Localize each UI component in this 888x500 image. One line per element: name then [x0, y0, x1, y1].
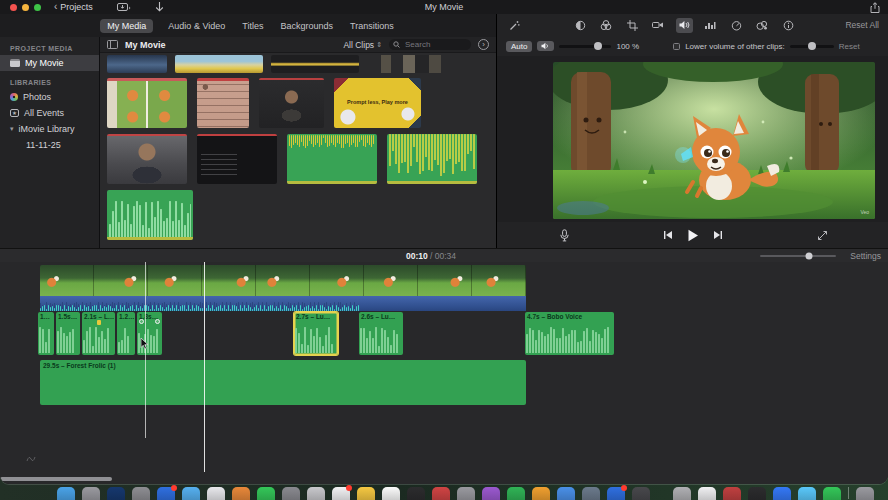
dock-app-icon[interactable] — [748, 487, 766, 500]
crop-icon[interactable] — [624, 18, 641, 33]
dock-app-icon[interactable] — [773, 487, 791, 500]
media-thumbnail-strip-sky[interactable] — [175, 55, 263, 73]
dock-app-icon[interactable] — [182, 487, 200, 500]
audio-clip-1[interactable]: 1… — [38, 312, 54, 355]
clip-filter-dropdown[interactable]: All Clips ⇕ — [343, 40, 382, 50]
projects-back-button[interactable]: ‹ Projects — [54, 2, 93, 12]
color-correction-icon[interactable] — [598, 18, 615, 33]
voiceover-mic-icon[interactable] — [559, 229, 570, 242]
video-clip-filmstrip[interactable] — [40, 265, 526, 296]
background-music-clip[interactable]: 29.5s – Forest Frolic (1) — [40, 360, 526, 405]
volume-icon[interactable] — [676, 18, 693, 33]
dock-app-icon[interactable] — [607, 487, 625, 500]
video-clip-audio-waveform[interactable] — [40, 296, 526, 311]
dock-app-icon[interactable] — [307, 487, 325, 500]
media-thumbnail-audio[interactable] — [107, 190, 193, 240]
lower-volume-slider-knob[interactable] — [808, 42, 816, 50]
sidebar-item-photos[interactable]: Photos — [0, 89, 99, 105]
sidebar-item-imovie-library[interactable]: iMovie Library — [0, 121, 99, 137]
dock-app-icon[interactable] — [557, 487, 575, 500]
dock-app-icon[interactable] — [798, 487, 816, 500]
audio-clip-2-1s-l[interactable]: 2.1s – L… — [82, 312, 115, 355]
reset-volume-button[interactable]: Reset — [839, 42, 860, 51]
fullscreen-icon[interactable] — [817, 230, 828, 241]
clip-info-icon[interactable] — [780, 18, 797, 33]
timeline-playhead[interactable] — [204, 262, 205, 472]
dock-app-icon[interactable] — [856, 487, 874, 500]
media-thumbnail-foxgrid[interactable] — [107, 78, 187, 128]
lower-volume-slider[interactable] — [790, 45, 834, 48]
search-input[interactable] — [403, 39, 467, 50]
dock-app-icon[interactable] — [457, 487, 475, 500]
share-icon[interactable] — [870, 2, 880, 13]
fade-handle[interactable] — [155, 319, 160, 324]
import-media-icon[interactable] — [117, 2, 131, 12]
media-thumbnail-audio-top[interactable] — [287, 134, 377, 184]
dock-app-icon[interactable] — [432, 487, 450, 500]
audio-clip-1-5s[interactable]: 1.5s… — [56, 312, 80, 355]
media-thumbnail-strip-photos[interactable] — [367, 55, 447, 73]
next-frame-button[interactable] — [713, 230, 723, 240]
dock-app-icon[interactable] — [57, 487, 75, 500]
volume-slider-knob[interactable] — [594, 42, 602, 50]
tab-audio-video[interactable]: Audio & Video — [166, 19, 227, 33]
media-thumbnail-strip-blue[interactable] — [107, 55, 167, 73]
sidebar-item-all-events[interactable]: All Events — [0, 105, 99, 121]
dock-app-icon[interactable] — [232, 487, 250, 500]
audio-clip-1-2[interactable]: 1.2… — [117, 312, 135, 355]
media-thumbnail-terminal[interactable] — [197, 134, 277, 184]
dock-app-icon[interactable] — [482, 487, 500, 500]
timeline-zoom-slider[interactable] — [760, 255, 836, 257]
dock-app-icon[interactable] — [407, 487, 425, 500]
reset-all-button[interactable]: Reset All — [845, 20, 879, 30]
dock-app-icon[interactable] — [823, 487, 841, 500]
media-thumbnail-design[interactable]: Prompt less, Play more — [334, 78, 421, 128]
previous-frame-button[interactable] — [663, 230, 673, 240]
dock-app-icon[interactable] — [332, 487, 350, 500]
dock-app-icon[interactable] — [82, 487, 100, 500]
sidebar-item-my-movie[interactable]: My Movie — [0, 55, 99, 71]
dock-app-icon[interactable] — [507, 487, 525, 500]
media-thumbnail-audio-tall[interactable] — [387, 134, 477, 184]
tab-titles[interactable]: Titles — [240, 19, 265, 33]
dock-app-icon[interactable] — [132, 487, 150, 500]
dock-app-icon[interactable] — [632, 487, 650, 500]
color-balance-icon[interactable] — [572, 18, 589, 33]
tab-backgrounds[interactable]: Backgrounds — [278, 19, 335, 33]
noise-reduction-icon[interactable] — [702, 18, 719, 33]
tab-transitions[interactable]: Transitions — [348, 19, 396, 33]
dock-app-icon[interactable] — [723, 487, 741, 500]
mute-button[interactable] — [537, 41, 554, 51]
audio-clip-2-7s-lu[interactable]: 2.7s – Lu… — [294, 312, 338, 355]
dock-app-icon[interactable] — [382, 487, 400, 500]
sidebar-item-11-11-25[interactable]: 11-11-25 — [0, 137, 99, 153]
zoom-slider-knob[interactable] — [805, 253, 812, 260]
dock-app-icon[interactable] — [257, 487, 275, 500]
dock-app-icon[interactable] — [357, 487, 375, 500]
timeline[interactable]: 1…1.5s…2.1s – L…1.2…1.8s…2.7s – Lu…2.6s … — [0, 262, 888, 484]
play-button[interactable] — [687, 229, 699, 242]
dock-app-icon[interactable] — [282, 487, 300, 500]
media-thumbnail-webcam-dark[interactable] — [259, 78, 324, 128]
media-thumbnail-document[interactable] — [197, 78, 249, 128]
auto-volume-button[interactable]: Auto — [506, 41, 532, 52]
dock-app-icon[interactable] — [207, 487, 225, 500]
sidebar-toggle-icon[interactable] — [107, 40, 118, 49]
tab-my-media[interactable]: My Media — [100, 19, 153, 33]
zoom-window-button[interactable] — [34, 4, 41, 11]
dock-app-icon[interactable] — [157, 487, 175, 500]
close-window-button[interactable] — [10, 4, 17, 11]
fade-handle[interactable] — [139, 319, 144, 324]
download-arrow-icon[interactable] — [155, 2, 164, 13]
media-thumbnail-webcam[interactable] — [107, 134, 187, 184]
enhance-wand-icon[interactable] — [506, 18, 523, 33]
browser-forward-icon[interactable]: › — [478, 39, 489, 50]
clip-filter-effects-icon[interactable] — [754, 18, 771, 33]
stabilization-icon[interactable] — [650, 18, 667, 33]
dock-app-icon[interactable] — [532, 487, 550, 500]
timeline-horizontal-scrollbar[interactable] — [0, 477, 112, 481]
audio-clip-4-7s-bobo-voice[interactable]: 4.7s – Bobo Voice — [525, 312, 614, 355]
dock-app-icon[interactable] — [107, 487, 125, 500]
audio-clip-2-6s-lu[interactable]: 2.6s – Lu… — [359, 312, 403, 355]
dock-app-icon[interactable] — [582, 487, 600, 500]
